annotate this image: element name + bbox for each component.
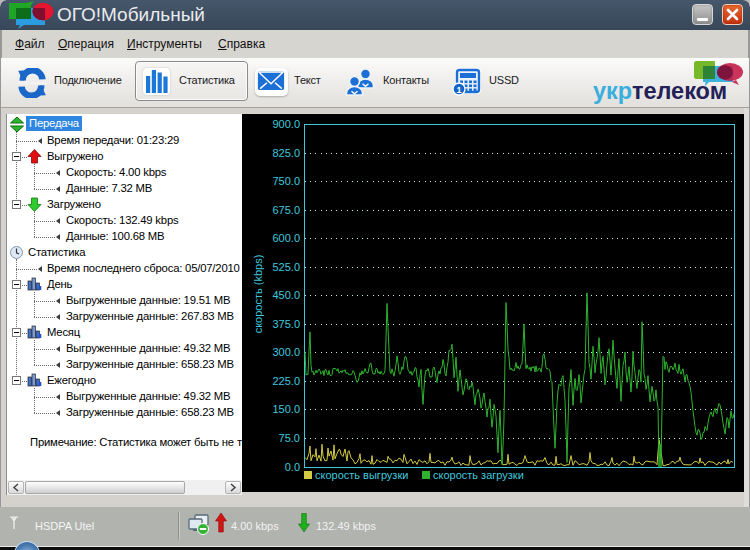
svg-text:150.0: 150.0 [272, 403, 300, 415]
svg-text:75.0: 75.0 [279, 432, 300, 444]
svg-text:скорость (kbps): скорость (kbps) [252, 255, 264, 334]
svg-text:скорость выгрузки: скорость выгрузки [315, 469, 408, 481]
svg-text:600.0: 600.0 [272, 232, 300, 244]
svg-text:375.0: 375.0 [272, 318, 300, 330]
svg-text:525.0: 525.0 [272, 261, 300, 273]
svg-text:300.0: 300.0 [272, 346, 300, 358]
svg-text:450.0: 450.0 [272, 289, 300, 301]
svg-text:0.0: 0.0 [285, 461, 300, 473]
svg-text:825.0: 825.0 [272, 147, 300, 159]
svg-text:225.0: 225.0 [272, 375, 300, 387]
svg-text:скорость загрузки: скорость загрузки [433, 469, 524, 481]
svg-text:1: 1 [457, 85, 462, 95]
svg-text:900.0: 900.0 [272, 118, 300, 130]
svg-text:675.0: 675.0 [272, 204, 300, 216]
svg-text:750.0: 750.0 [272, 175, 300, 187]
